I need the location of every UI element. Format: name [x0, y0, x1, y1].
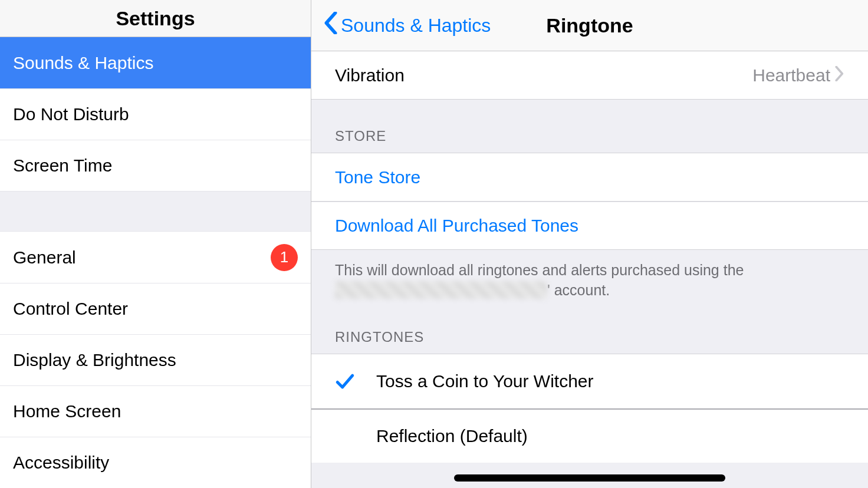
sidebar-item-home-screen[interactable]: Home Screen [0, 385, 311, 437]
back-button[interactable]: Sounds & Haptics [311, 12, 491, 39]
sidebar-item-label: Home Screen [13, 401, 121, 421]
footnote-prefix: This will download all ringtones and ale… [335, 262, 744, 278]
row-label: Tone Store [335, 167, 420, 187]
ringtone-row[interactable]: Toss a Coin to Your Witcher [311, 354, 868, 408]
sidebar-item-sounds-haptics[interactable]: Sounds & Haptics [0, 37, 311, 88]
sidebar-item-label: General [13, 248, 76, 268]
footnote-suffix: ' account. [547, 282, 610, 298]
sidebar-item-screen-time[interactable]: Screen Time [0, 140, 311, 191]
checkmark-icon [335, 371, 376, 391]
row-value: Heartbeat [752, 65, 844, 85]
ringtone-label: Reflection (Default) [376, 426, 528, 446]
back-label: Sounds & Haptics [341, 15, 491, 37]
vibration-row[interactable]: Vibration Heartbeat [311, 51, 868, 100]
sidebar-item-general[interactable]: General 1 [0, 232, 311, 283]
sidebar-title: Settings [116, 7, 195, 30]
store-section-header: STORE [311, 128, 868, 153]
redacted-account [335, 281, 547, 299]
sidebar-item-label: Do Not Disturb [13, 104, 129, 124]
sidebar-section-gap [0, 191, 311, 232]
sidebar-item-label: Accessibility [13, 453, 109, 473]
notification-badge: 1 [271, 244, 298, 271]
sidebar-item-accessibility[interactable]: Accessibility [0, 437, 311, 488]
page-title: Ringtone [546, 14, 633, 37]
store-footnote: This will download all ringtones and ale… [311, 250, 868, 301]
row-label: Vibration [335, 65, 405, 85]
sidebar-header: Settings [0, 0, 311, 37]
sidebar-item-label: Control Center [13, 299, 128, 319]
home-indicator[interactable] [454, 474, 725, 482]
sidebar-item-do-not-disturb[interactable]: Do Not Disturb [0, 88, 311, 140]
sidebar-item-display-brightness[interactable]: Display & Brightness [0, 334, 311, 385]
ringtone-row[interactable]: Reflection (Default) [311, 408, 868, 463]
detail-pane: Sounds & Haptics Ringtone Vibration Hear… [311, 0, 868, 488]
chevron-right-icon [835, 65, 844, 85]
download-all-row[interactable]: Download All Purchased Tones [311, 202, 868, 250]
content-scroll[interactable]: Vibration Heartbeat STORE Tone Store Dow… [311, 51, 868, 488]
nav-bar: Sounds & Haptics Ringtone [311, 0, 868, 51]
ringtones-section-header: RINGTONES [311, 329, 868, 354]
chevron-left-icon [323, 12, 338, 39]
ringtones-list: Toss a Coin to Your Witcher Reflection (… [311, 354, 868, 463]
vibration-value-text: Heartbeat [752, 65, 830, 85]
ringtone-label: Toss a Coin to Your Witcher [376, 371, 594, 391]
row-label: Download All Purchased Tones [335, 216, 578, 236]
sidebar-item-label: Screen Time [13, 156, 112, 176]
store-list: Tone Store Download All Purchased Tones [311, 153, 868, 250]
sidebar-item-label: Sounds & Haptics [13, 53, 153, 73]
sidebar-item-control-center[interactable]: Control Center [0, 283, 311, 334]
sidebar-list: Sounds & Haptics Do Not Disturb Screen T… [0, 37, 311, 488]
sidebar-item-label: Display & Brightness [13, 350, 176, 370]
settings-sidebar: Settings Sounds & Haptics Do Not Disturb… [0, 0, 311, 488]
tone-store-row[interactable]: Tone Store [311, 153, 868, 202]
